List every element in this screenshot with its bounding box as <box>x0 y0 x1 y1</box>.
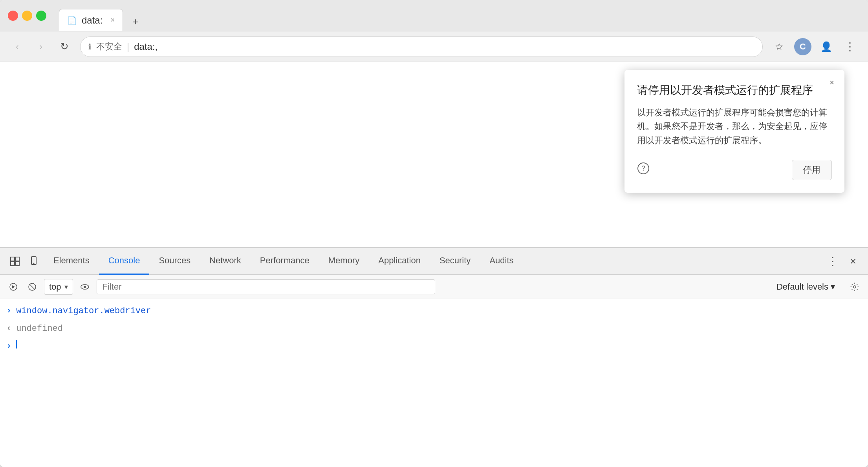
browser-window: 📄 data: × + ‹ › ↻ ℹ 不安全 | data:, ☆ <box>0 0 868 467</box>
console-output-text-1: undefined <box>16 322 63 335</box>
security-info-icon[interactable]: ℹ <box>88 42 92 51</box>
avatar-letter: C <box>800 42 806 52</box>
tab-performance[interactable]: Performance <box>251 248 319 275</box>
more-tabs-icon: ⋮ <box>827 255 838 268</box>
devtools-end-buttons: ⋮ × <box>824 253 862 270</box>
svg-rect-5 <box>15 262 19 266</box>
output-caret-1: ‹ <box>6 322 11 335</box>
context-label: top <box>49 282 61 292</box>
profile-button[interactable]: 👤 <box>818 38 835 55</box>
forward-button[interactable]: › <box>33 39 49 55</box>
page-content: × 请停用以开发者模式运行的扩展程序 以开发者模式运行的扩展程序可能会损害您的计… <box>0 62 868 247</box>
svg-text:?: ? <box>641 164 645 172</box>
svg-line-10 <box>30 285 35 289</box>
popup-help-button[interactable]: ? <box>637 162 650 177</box>
popup-body: 以开发者模式运行的扩展程序可能会损害您的计算机。如果您不是开发者，那么，为安全起… <box>637 106 832 147</box>
svg-point-12 <box>84 286 86 288</box>
console-toolbar: top ▾ Default levels ▾ <box>0 275 868 299</box>
device-toolbar-button[interactable] <box>25 253 42 270</box>
address-bar-actions: ☆ C 👤 ⋮ <box>771 38 859 55</box>
default-levels-dropdown[interactable]: Default levels ▾ <box>772 279 840 294</box>
popup-dismiss-button[interactable]: 停用 <box>792 160 832 180</box>
bookmark-icon: ☆ <box>775 41 784 52</box>
console-output-line-1: ‹ undefined <box>6 320 862 337</box>
tab-audits[interactable]: Audits <box>480 248 523 275</box>
console-output: › window.navigator.webdriver ‹ undefined… <box>0 299 868 467</box>
console-input-line-1: › window.navigator.webdriver <box>6 302 862 320</box>
devtools-panel: Elements Console Sources Network Perform… <box>0 247 868 467</box>
tab-console[interactable]: Console <box>99 248 150 275</box>
address-bar: ‹ › ↻ ℹ 不安全 | data:, ☆ C 👤 ⋮ <box>0 31 868 62</box>
browser-tab[interactable]: 📄 data: × <box>59 9 123 31</box>
new-tab-button[interactable]: + <box>126 12 145 31</box>
tab-network[interactable]: Network <box>200 248 251 275</box>
popup-close-button[interactable]: × <box>826 76 838 89</box>
console-settings-button[interactable] <box>848 280 862 294</box>
more-icon: ⋮ <box>844 40 855 53</box>
svg-rect-2 <box>11 257 15 261</box>
tab-memory[interactable]: Memory <box>319 248 369 275</box>
minimize-traffic-light[interactable] <box>22 11 32 21</box>
maximize-traffic-light[interactable] <box>36 11 46 21</box>
input-caret-2: › <box>6 340 11 353</box>
traffic-lights <box>8 11 46 21</box>
developer-mode-popup: × 请停用以开发者模式运行的扩展程序 以开发者模式运行的扩展程序可能会损害您的计… <box>624 70 844 193</box>
default-levels-label: Default levels <box>776 282 828 292</box>
profile-icon: 👤 <box>820 41 832 52</box>
svg-rect-4 <box>11 262 15 266</box>
title-bar: 📄 data: × + <box>0 0 868 31</box>
devtools-toolbar: Elements Console Sources Network Perform… <box>0 248 868 275</box>
console-eye-button[interactable] <box>78 280 92 294</box>
context-selector[interactable]: top ▾ <box>44 279 73 295</box>
popup-title: 请停用以开发者模式运行的扩展程序 <box>637 82 832 98</box>
avatar[interactable]: C <box>794 38 811 55</box>
insecure-label: 不安全 <box>96 41 122 53</box>
url-bar[interactable]: ℹ 不安全 | data:, <box>80 36 763 57</box>
levels-dropdown-icon: ▾ <box>831 282 835 292</box>
inspect-element-button[interactable] <box>6 253 24 270</box>
svg-rect-3 <box>15 257 19 261</box>
context-dropdown-icon: ▾ <box>64 283 68 291</box>
tab-application[interactable]: Application <box>369 248 430 275</box>
tab-close-button[interactable]: × <box>110 16 115 24</box>
console-filter-input[interactable] <box>97 279 436 294</box>
tab-security[interactable]: Security <box>430 248 480 275</box>
devtools-tabs: Elements Console Sources Network Perform… <box>44 248 523 275</box>
refresh-icon: ↻ <box>60 40 69 53</box>
svg-point-13 <box>853 286 856 288</box>
url-divider: | <box>127 41 129 52</box>
popup-footer: ? 停用 <box>637 160 832 180</box>
tab-title: data: <box>82 15 103 26</box>
console-input-text-1: window.navigator.webdriver <box>16 305 151 317</box>
bookmark-button[interactable]: ☆ <box>771 38 788 55</box>
refresh-button[interactable]: ↻ <box>57 39 72 55</box>
back-button[interactable]: ‹ <box>9 39 25 55</box>
tab-bar: 📄 data: × + <box>59 0 145 31</box>
url-text: data:, <box>134 41 157 52</box>
devtools-close-button[interactable]: × <box>844 253 862 270</box>
forward-icon: › <box>39 41 42 52</box>
svg-point-7 <box>33 263 35 264</box>
input-caret-1: › <box>6 305 11 317</box>
browser-menu-button[interactable]: ⋮ <box>841 38 859 55</box>
tab-elements[interactable]: Elements <box>44 248 99 275</box>
tab-sources[interactable]: Sources <box>149 248 200 275</box>
console-cursor <box>16 340 17 348</box>
devtools-close-icon: × <box>850 255 856 268</box>
console-run-button[interactable] <box>6 280 20 294</box>
close-traffic-light[interactable] <box>8 11 18 21</box>
devtools-more-button[interactable]: ⋮ <box>824 253 841 270</box>
tab-page-icon: 📄 <box>67 16 77 25</box>
back-icon: ‹ <box>16 41 19 52</box>
console-clear-button[interactable] <box>25 280 39 294</box>
console-input-line-2[interactable]: › <box>6 337 862 355</box>
